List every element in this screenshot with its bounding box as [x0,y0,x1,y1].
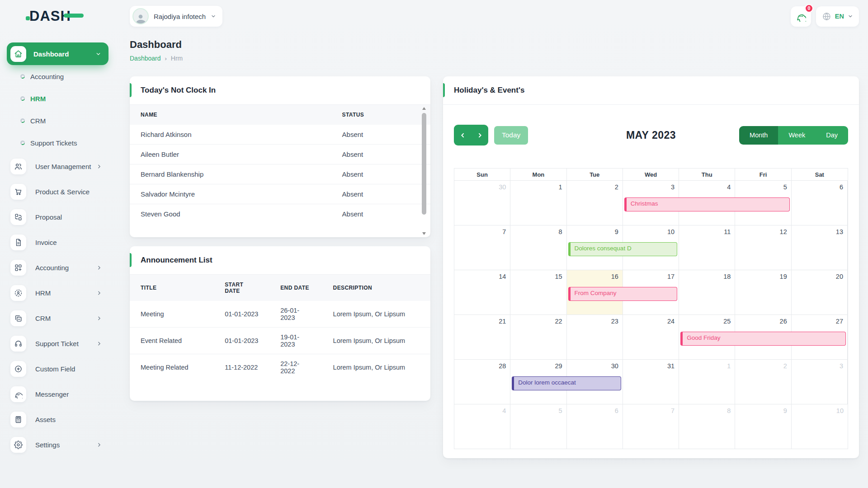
weekday-label: Thu [679,169,735,180]
calendar-event[interactable]: Dolor lorem occaecat [512,376,621,390]
calendar-day-cell[interactable]: 18 [679,270,735,314]
day-number: 8 [727,407,731,414]
calendar-day-cell[interactable]: 30 [454,181,510,225]
calendar-day-cell[interactable]: 9 [735,404,791,449]
announcement-row: Event Related01-01-202319-01-2023Lorem I… [130,328,430,354]
app-logo[interactable]: DASH [7,0,108,33]
chevron-right-icon [476,132,483,139]
table-cell: Meeting Related [130,354,214,381]
calendar-prev-button[interactable] [454,125,471,145]
calendar-today-button[interactable]: Today [494,126,528,145]
calendar-view-month-button[interactable]: Month [739,126,778,145]
breadcrumb-current: Hrm [171,55,183,62]
page-title: Dashboard [130,39,859,51]
sidebar-item-user-management[interactable]: User Management [7,154,108,179]
sidebar-item-custom-field[interactable]: Custom Field [7,356,108,381]
breadcrumb-dashboard-link[interactable]: Dashboard [130,55,161,62]
calendar-day-cell[interactable]: 22 [510,315,566,359]
gear-icon [10,437,26,453]
calendar-day-cell[interactable]: 31 [623,360,679,404]
sidebar-item-accounting-dash[interactable]: Accounting [7,66,108,87]
calendar-event[interactable]: Good Friday [680,332,846,346]
sidebar-item-label: User Management [35,163,91,170]
chevron-right-icon [96,164,102,169]
table-scrollbar[interactable] [421,106,427,236]
calendar-day-cell[interactable]: 7 [623,404,679,449]
calendar-view-week-button[interactable]: Week [778,126,816,145]
calendar-day-cell[interactable]: 1 [679,360,735,404]
calendar-day-cell[interactable]: 8 [510,225,566,270]
calendar-day-cell[interactable]: 19 [735,270,791,314]
announcement-list-card: Announcement List TITLE START DATE END D… [130,246,430,401]
avatar [132,8,149,24]
calendar-day-cell[interactable]: 10 [792,404,848,449]
calendar-week-row: 45678910 [454,404,848,449]
calendar-day-cell[interactable]: 6 [792,181,848,225]
calendar-day-cell[interactable]: 15 [510,270,566,314]
messages-button[interactable]: 0 [791,6,811,27]
calendar-next-button[interactable] [471,125,488,145]
day-number: 12 [780,228,787,235]
sidebar-item-label: Support Tickets [30,139,77,147]
day-number: 24 [667,318,675,325]
sidebar-item-proposal[interactable]: Proposal [7,204,108,230]
calendar-event[interactable]: Christmas [624,197,790,211]
calendar-day-cell[interactable]: 2 [567,181,623,225]
table-cell: Richard Atkinson [130,125,331,145]
sidebar-item-support-ticket[interactable]: Support Ticket [7,331,108,356]
table-cell: 26-01-2023 [269,301,322,328]
calendar-day-cell[interactable]: 28 [454,360,510,404]
language-selector[interactable]: EN [816,6,859,27]
sidebar-item-crm-dash[interactable]: CRM [7,110,108,131]
topbar: Rajodiya infotech 0 EN [130,0,859,33]
home-icon [10,46,26,62]
sidebar-item-settings[interactable]: Settings [7,432,108,457]
breadcrumb: Dashboard › Hrm [130,55,859,62]
day-number: 3 [840,362,843,370]
calendar-view-day-button[interactable]: Day [816,126,848,145]
calendar-day-cell[interactable]: 21 [454,315,510,359]
sidebar-item-dashboard[interactable]: Dashboard [7,42,108,65]
calendar-day-cell[interactable]: 7 [454,225,510,270]
card-title: Holiday's & Event's [454,86,848,95]
sidebar-item-assets[interactable]: Assets [7,407,108,432]
day-number: 21 [499,318,506,325]
calendar-day-cell[interactable]: 23 [567,315,623,359]
day-number: 7 [671,407,675,414]
sidebar-item-messenger[interactable]: Messenger [7,381,108,407]
calendar-day-cell[interactable]: 13 [792,225,848,270]
scrollbar-thumb[interactable] [422,113,426,215]
calendar-day-cell[interactable]: 24 [623,315,679,359]
sidebar-item-hrm-dash[interactable]: HRM [7,88,108,109]
sidebar-item-label: Product & Service [35,188,90,196]
calendar-day-cell[interactable]: 20 [792,270,848,314]
sidebar-item-accounting[interactable]: Accounting [7,255,108,280]
calendar-event[interactable]: Dolores consequat D [568,242,678,256]
sidebar-item-hrm[interactable]: HRM [7,280,108,305]
calendar-day-cell[interactable]: 1 [510,181,566,225]
sidebar-item-support-tickets-dash[interactable]: Support Tickets [7,132,108,154]
calendar-day-cell[interactable]: 11 [679,225,735,270]
calendar-day-cell[interactable]: 3 [792,360,848,404]
scroll-up-arrow-icon[interactable] [421,106,427,111]
calendar-day-cell[interactable]: 5 [510,404,566,449]
day-number: 5 [558,407,562,414]
calendar-event[interactable]: From Company [568,287,678,301]
logo-dash-icon [64,14,84,18]
sidebar-item-crm[interactable]: CRM [7,305,108,331]
calendar-day-cell[interactable]: 6 [567,404,623,449]
company-selector[interactable]: Rajodiya infotech [130,6,222,27]
sidebar-item-label: HRM [35,289,51,297]
sidebar-item-label: Dashboard [33,50,69,58]
calendar-day-cell[interactable]: 2 [735,360,791,404]
scroll-down-arrow-icon[interactable] [421,231,427,236]
calendar-day-cell[interactable]: 4 [454,404,510,449]
table-cell: Aileen Butler [130,145,331,164]
table-cell: Lorem Ipsum, Or Lipsum [322,301,430,328]
calendar-day-cell[interactable]: 8 [679,404,735,449]
table-cell: 11-12-2022 [214,354,269,381]
calendar-day-cell[interactable]: 12 [735,225,791,270]
sidebar-item-product-service[interactable]: Product & Service [7,179,108,204]
calendar-day-cell[interactable]: 14 [454,270,510,314]
sidebar-item-invoice[interactable]: Invoice [7,230,108,255]
